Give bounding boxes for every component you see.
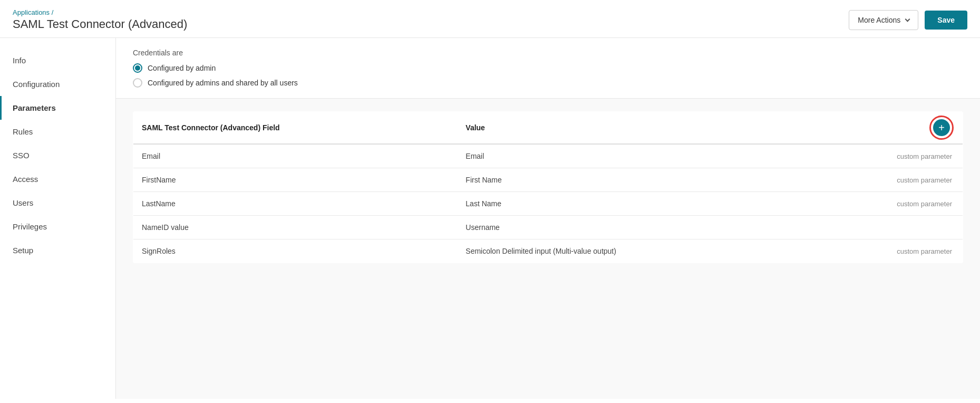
tag-cell: custom parameter [807,144,963,168]
main-layout: Info Configuration Parameters Rules SSO … [0,38,980,399]
value-cell: Email [457,144,807,168]
add-btn-wrapper: + [816,119,952,136]
table-header-row: SAML Test Connector (Advanced) Field Val… [133,112,963,145]
sidebar-item-rules[interactable]: Rules [0,120,115,143]
main-content: Credentials are Configured by admin Conf… [116,38,980,399]
header-left: Applications / SAML Test Connector (Adva… [13,8,187,31]
sidebar-item-sso[interactable]: SSO [0,143,115,167]
field-cell: SignRoles [133,239,458,263]
parameters-section: SAML Test Connector (Advanced) Field Val… [116,99,980,276]
value-cell: First Name [457,168,807,192]
tag-cell: custom parameter [807,192,963,216]
sidebar-item-access[interactable]: Access [0,167,115,191]
value-cell: Username [457,216,807,239]
column-field: SAML Test Connector (Advanced) Field [133,112,458,145]
radio-checked-icon [133,63,142,73]
field-cell: FirstName [133,168,458,192]
radio-group: Configured by admin Configured by admins… [133,63,963,88]
field-cell: NameID value [133,216,458,239]
radio-unchecked-icon [133,78,142,88]
table-row: FirstName First Name custom parameter [133,168,963,192]
table-row: NameID value Username [133,216,963,239]
more-actions-button[interactable]: More Actions [849,10,918,30]
sidebar-item-setup[interactable]: Setup [0,238,115,262]
table-row: SignRoles Semicolon Delimited input (Mul… [133,239,963,263]
add-btn-container: + [933,119,950,136]
sidebar-item-configuration[interactable]: Configuration [0,72,115,96]
parameters-table: SAML Test Connector (Advanced) Field Val… [133,111,963,263]
credentials-label: Credentials are [133,49,963,57]
table-row: LastName Last Name custom parameter [133,192,963,216]
radio-configured-shared[interactable]: Configured by admins and shared by all u… [133,78,963,88]
header-actions: More Actions Save [849,10,967,30]
sidebar-item-users[interactable]: Users [0,191,115,215]
app-header: Applications / SAML Test Connector (Adva… [0,0,980,38]
tag-cell [807,216,963,239]
add-parameter-button[interactable]: + [933,119,950,136]
field-cell: Email [133,144,458,168]
column-value: Value [457,112,807,145]
field-cell: LastName [133,192,458,216]
save-button[interactable]: Save [925,11,967,30]
credentials-section: Credentials are Configured by admin Conf… [116,38,980,99]
breadcrumb[interactable]: Applications / [13,8,187,16]
tag-cell: custom parameter [807,239,963,263]
value-cell: Last Name [457,192,807,216]
tag-cell: custom parameter [807,168,963,192]
sidebar-item-info[interactable]: Info [0,49,115,72]
page-title: SAML Test Connector (Advanced) [13,17,187,31]
radio-configured-by-admin[interactable]: Configured by admin [133,63,963,73]
sidebar-item-privileges[interactable]: Privileges [0,215,115,238]
chevron-down-icon [905,17,910,22]
table-row: Email Email custom parameter [133,144,963,168]
column-action: + [807,112,963,145]
sidebar: Info Configuration Parameters Rules SSO … [0,38,116,399]
value-cell: Semicolon Delimited input (Multi-value o… [457,239,807,263]
sidebar-item-parameters[interactable]: Parameters [0,96,115,120]
